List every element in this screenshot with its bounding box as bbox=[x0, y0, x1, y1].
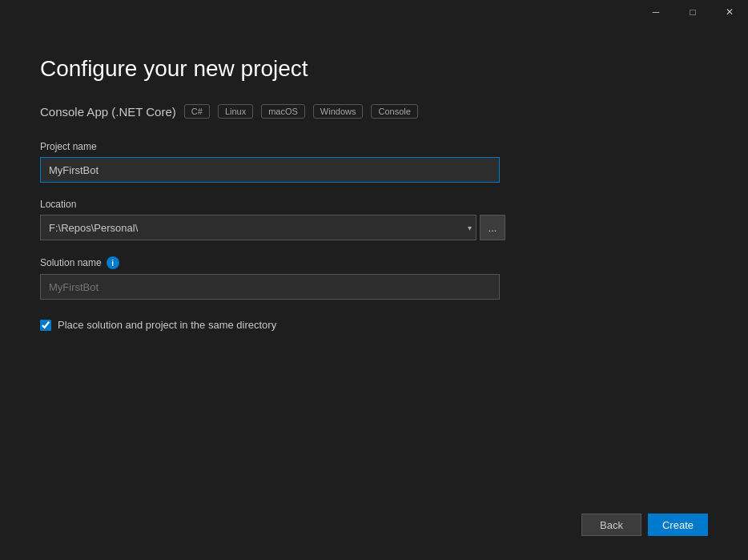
same-directory-label[interactable]: Place solution and project in the same d… bbox=[58, 319, 276, 331]
back-button[interactable]: Back bbox=[581, 514, 641, 536]
solution-name-input[interactable] bbox=[40, 274, 500, 300]
tag-linux: Linux bbox=[218, 104, 253, 119]
main-content: Configure your new project Console App (… bbox=[0, 24, 748, 560]
project-name-group: Project name bbox=[40, 141, 708, 183]
location-row: F:\Repos\Personal\ ▾ ... bbox=[40, 215, 708, 240]
location-group: Location F:\Repos\Personal\ ▾ ... bbox=[40, 199, 708, 240]
create-button[interactable]: Create bbox=[648, 514, 708, 536]
location-select[interactable]: F:\Repos\Personal\ bbox=[40, 215, 477, 240]
solution-name-group: Solution name i bbox=[40, 256, 708, 300]
same-directory-row: Place solution and project in the same d… bbox=[40, 319, 708, 331]
minimize-button[interactable]: ─ bbox=[637, 0, 674, 24]
same-directory-checkbox[interactable] bbox=[40, 320, 51, 331]
app-type-name: Console App (.NET Core) bbox=[40, 105, 176, 119]
browse-button[interactable]: ... bbox=[480, 215, 505, 240]
tag-csharp: C# bbox=[184, 104, 210, 119]
info-icon[interactable]: i bbox=[107, 256, 119, 269]
bottom-actions: Back Create bbox=[581, 514, 708, 536]
tag-console: Console bbox=[371, 104, 417, 119]
title-bar: ─ □ ✕ bbox=[637, 0, 748, 24]
close-button[interactable]: ✕ bbox=[711, 0, 748, 24]
location-select-wrapper: F:\Repos\Personal\ ▾ bbox=[40, 215, 477, 240]
tag-windows: Windows bbox=[313, 104, 364, 119]
maximize-button[interactable]: □ bbox=[674, 0, 711, 24]
solution-name-label: Solution name i bbox=[40, 256, 708, 269]
project-name-input[interactable] bbox=[40, 157, 500, 183]
project-name-label: Project name bbox=[40, 141, 708, 152]
tag-macos: macOS bbox=[261, 104, 305, 119]
location-label: Location bbox=[40, 199, 708, 210]
app-type-row: Console App (.NET Core) C# Linux macOS W… bbox=[40, 104, 708, 119]
page-title: Configure your new project bbox=[40, 56, 708, 82]
